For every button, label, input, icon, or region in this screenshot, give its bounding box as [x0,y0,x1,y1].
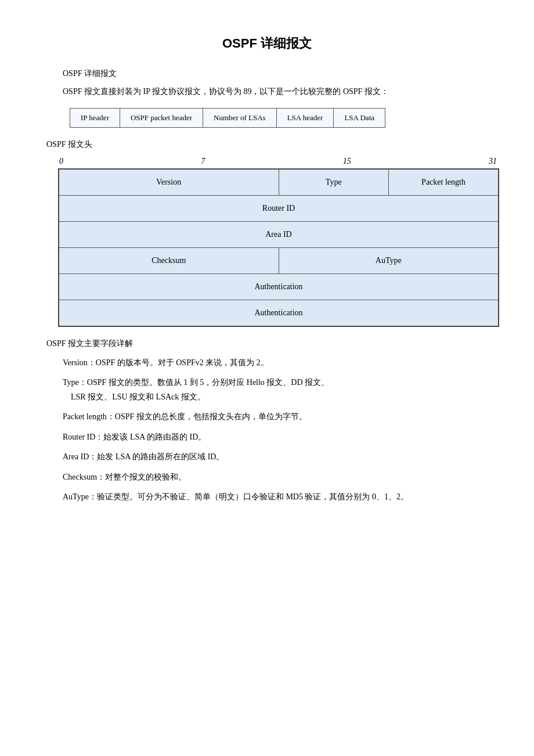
field-packet-length: Packet length：OSPF 报文的总长度，包括报文头在内，单位为字节。 [63,410,488,424]
fields-section-label: OSPF 报文主要字段详解 [46,339,488,349]
field-router-id: Router ID：始发该 LSA 的路由器的 ID。 [63,430,488,445]
section-header-label: OSPF 报文头 [46,139,488,150]
field-descriptions: OSPF 报文主要字段详解 Version：OSPF 的版本号。对于 OSPFv… [46,339,488,505]
field-packet-length-text: OSPF 报文的总长度，包括报文头在内，单位为字节。 [115,412,307,421]
intro-line1: OSPF 详细报文 [46,69,488,79]
cell-checksum: Checksum [59,247,279,273]
field-router-id-text: 始发该 LSA 的路由器的 ID。 [103,433,206,441]
field-autype-label: AuType： [63,492,97,501]
cell-authentication-1: Authentication [59,273,499,300]
cell-authentication-2: Authentication [59,300,499,326]
bit-ruler-31: 31 [489,157,497,166]
packet-cell-lsa-data: LSA Data [334,108,385,127]
field-checksum: Checksum：对整个报文的校验和。 [63,470,488,485]
header-row-1: Version Type Packet length [59,169,499,196]
bit-ruler-15: 15 [343,157,351,166]
packet-structure-wrapper: IP header OSPF packet header Number of L… [70,108,488,128]
header-row-2: Router ID [59,195,499,221]
cell-type: Type [279,169,389,196]
header-row-6: Authentication [59,300,499,326]
packet-cell-ospf-header: OSPF packet header [120,108,203,127]
field-packet-length-label: Packet length： [63,412,115,421]
header-row-4: Checksum AuType [59,247,499,273]
packet-cell-lsa-header: LSA header [276,108,334,127]
bit-ruler-7: 7 [201,157,205,166]
bit-diagram-wrapper: 0 7 15 31 Version Type Packet length Rou… [58,157,499,327]
field-version: Version：OSPF 的版本号。对于 OSPFv2 来说，其值为 2。 [63,356,488,370]
intro-line2: OSPF 报文直接封装为 IP 报文协议报文，协议号为 89，以下是一个比较完整… [46,85,488,99]
field-version-label: Version： [63,358,96,367]
field-type-text: OSPF 报文的类型。数值从 1 到 5，分别对应 Hello 报文、DD 报文… [87,378,329,387]
field-type-label: Type： [63,378,87,387]
page-title: OSPF 详细报文 [46,35,488,52]
packet-cell-ip-header: IP header [70,108,120,127]
cell-version: Version [59,169,279,196]
ospf-header-table: Version Type Packet length Router ID Are… [58,168,499,327]
bit-ruler-0: 0 [59,157,63,166]
field-area-id-text: 始发 LSA 的路由器所在的区域 ID。 [97,452,224,461]
packet-cell-num-lsas: Number of LSAs [203,108,277,127]
field-type: Type：OSPF 报文的类型。数值从 1 到 5，分别对应 Hello 报文、… [63,376,488,404]
cell-router-id: Router ID [59,195,499,221]
field-area-id: Area ID：始发 LSA 的路由器所在的区域 ID。 [63,450,488,465]
field-autype: AuType：验证类型。可分为不验证、简单（明文）口令验证和 MD5 验证，其值… [46,490,488,505]
header-row-3: Area ID [59,221,499,247]
field-type-continuation: LSR 报文、LSU 报文和 LSAck 报文。 [71,393,205,401]
field-router-id-label: Router ID： [63,433,103,441]
field-version-text: OSPF 的版本号。对于 OSPFv2 来说，其值为 2。 [96,358,269,367]
packet-structure-table: IP header OSPF packet header Number of L… [70,108,385,128]
cell-autype: AuType [279,247,499,273]
field-checksum-label: Checksum： [63,473,105,481]
field-checksum-text: 对整个报文的校验和。 [105,473,186,481]
header-row-5: Authentication [59,273,499,300]
cell-area-id: Area ID [59,221,499,247]
field-autype-text: 验证类型。可分为不验证、简单（明文）口令验证和 MD5 验证，其值分别为 0、1… [97,492,409,501]
cell-packet-length: Packet length [389,169,499,196]
field-area-id-label: Area ID： [63,452,97,461]
bit-ruler: 0 7 15 31 [58,157,499,166]
